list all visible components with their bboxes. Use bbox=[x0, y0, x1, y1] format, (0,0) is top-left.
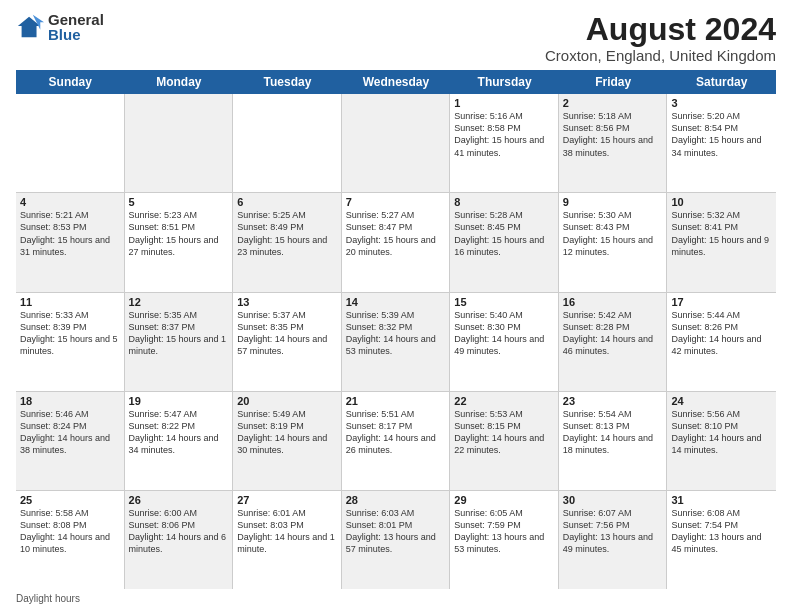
day-number: 14 bbox=[346, 296, 446, 308]
day-number: 16 bbox=[563, 296, 663, 308]
day-number: 7 bbox=[346, 196, 446, 208]
calendar-cell: 17Sunrise: 5:44 AMSunset: 8:26 PMDayligh… bbox=[667, 293, 776, 391]
calendar-cell: 6Sunrise: 5:25 AMSunset: 8:49 PMDaylight… bbox=[233, 193, 342, 291]
day-info: Sunrise: 6:00 AMSunset: 8:06 PMDaylight:… bbox=[129, 507, 229, 556]
header: General Blue August 2024 Croxton, Englan… bbox=[16, 12, 776, 64]
day-number: 22 bbox=[454, 395, 554, 407]
location-text: Croxton, England, United Kingdom bbox=[545, 47, 776, 64]
header-friday: Friday bbox=[559, 70, 668, 94]
day-number: 18 bbox=[20, 395, 120, 407]
day-number: 3 bbox=[671, 97, 772, 109]
day-number: 15 bbox=[454, 296, 554, 308]
day-number: 25 bbox=[20, 494, 120, 506]
header-saturday: Saturday bbox=[667, 70, 776, 94]
day-number: 1 bbox=[454, 97, 554, 109]
day-number: 26 bbox=[129, 494, 229, 506]
calendar-cell: 22Sunrise: 5:53 AMSunset: 8:15 PMDayligh… bbox=[450, 392, 559, 490]
calendar-row: 1Sunrise: 5:16 AMSunset: 8:58 PMDaylight… bbox=[16, 94, 776, 193]
day-info: Sunrise: 5:23 AMSunset: 8:51 PMDaylight:… bbox=[129, 209, 229, 258]
calendar-row: 4Sunrise: 5:21 AMSunset: 8:53 PMDaylight… bbox=[16, 193, 776, 292]
calendar-cell: 9Sunrise: 5:30 AMSunset: 8:43 PMDaylight… bbox=[559, 193, 668, 291]
day-number: 5 bbox=[129, 196, 229, 208]
day-info: Sunrise: 5:56 AMSunset: 8:10 PMDaylight:… bbox=[671, 408, 772, 457]
day-info: Sunrise: 5:18 AMSunset: 8:56 PMDaylight:… bbox=[563, 110, 663, 159]
calendar-cell: 14Sunrise: 5:39 AMSunset: 8:32 PMDayligh… bbox=[342, 293, 451, 391]
calendar-cell: 25Sunrise: 5:58 AMSunset: 8:08 PMDayligh… bbox=[16, 491, 125, 589]
day-info: Sunrise: 5:32 AMSunset: 8:41 PMDaylight:… bbox=[671, 209, 772, 258]
calendar-cell bbox=[233, 94, 342, 192]
calendar-cell: 23Sunrise: 5:54 AMSunset: 8:13 PMDayligh… bbox=[559, 392, 668, 490]
title-section: August 2024 Croxton, England, United Kin… bbox=[545, 12, 776, 64]
calendar-cell: 10Sunrise: 5:32 AMSunset: 8:41 PMDayligh… bbox=[667, 193, 776, 291]
header-tuesday: Tuesday bbox=[233, 70, 342, 94]
calendar-cell: 31Sunrise: 6:08 AMSunset: 7:54 PMDayligh… bbox=[667, 491, 776, 589]
day-number: 27 bbox=[237, 494, 337, 506]
day-number: 2 bbox=[563, 97, 663, 109]
day-info: Sunrise: 5:47 AMSunset: 8:22 PMDaylight:… bbox=[129, 408, 229, 457]
day-number: 30 bbox=[563, 494, 663, 506]
day-info: Sunrise: 6:01 AMSunset: 8:03 PMDaylight:… bbox=[237, 507, 337, 556]
day-number: 4 bbox=[20, 196, 120, 208]
day-info: Sunrise: 6:08 AMSunset: 7:54 PMDaylight:… bbox=[671, 507, 772, 556]
header-monday: Monday bbox=[125, 70, 234, 94]
day-info: Sunrise: 6:05 AMSunset: 7:59 PMDaylight:… bbox=[454, 507, 554, 556]
header-wednesday: Wednesday bbox=[342, 70, 451, 94]
day-number: 9 bbox=[563, 196, 663, 208]
calendar-cell: 28Sunrise: 6:03 AMSunset: 8:01 PMDayligh… bbox=[342, 491, 451, 589]
calendar-cell: 21Sunrise: 5:51 AMSunset: 8:17 PMDayligh… bbox=[342, 392, 451, 490]
day-info: Sunrise: 5:54 AMSunset: 8:13 PMDaylight:… bbox=[563, 408, 663, 457]
month-year-title: August 2024 bbox=[545, 12, 776, 47]
header-sunday: Sunday bbox=[16, 70, 125, 94]
day-info: Sunrise: 5:16 AMSunset: 8:58 PMDaylight:… bbox=[454, 110, 554, 159]
day-info: Sunrise: 5:33 AMSunset: 8:39 PMDaylight:… bbox=[20, 309, 120, 358]
calendar: Sunday Monday Tuesday Wednesday Thursday… bbox=[16, 70, 776, 589]
calendar-cell: 20Sunrise: 5:49 AMSunset: 8:19 PMDayligh… bbox=[233, 392, 342, 490]
day-info: Sunrise: 5:21 AMSunset: 8:53 PMDaylight:… bbox=[20, 209, 120, 258]
day-info: Sunrise: 5:58 AMSunset: 8:08 PMDaylight:… bbox=[20, 507, 120, 556]
day-number: 12 bbox=[129, 296, 229, 308]
calendar-cell: 13Sunrise: 5:37 AMSunset: 8:35 PMDayligh… bbox=[233, 293, 342, 391]
footer: Daylight hours bbox=[16, 589, 776, 604]
calendar-cell: 18Sunrise: 5:46 AMSunset: 8:24 PMDayligh… bbox=[16, 392, 125, 490]
calendar-row: 18Sunrise: 5:46 AMSunset: 8:24 PMDayligh… bbox=[16, 392, 776, 491]
calendar-cell: 5Sunrise: 5:23 AMSunset: 8:51 PMDaylight… bbox=[125, 193, 234, 291]
day-info: Sunrise: 5:46 AMSunset: 8:24 PMDaylight:… bbox=[20, 408, 120, 457]
day-info: Sunrise: 5:25 AMSunset: 8:49 PMDaylight:… bbox=[237, 209, 337, 258]
calendar-cell: 24Sunrise: 5:56 AMSunset: 8:10 PMDayligh… bbox=[667, 392, 776, 490]
day-info: Sunrise: 5:27 AMSunset: 8:47 PMDaylight:… bbox=[346, 209, 446, 258]
calendar-cell: 30Sunrise: 6:07 AMSunset: 7:56 PMDayligh… bbox=[559, 491, 668, 589]
logo-icon bbox=[16, 13, 44, 41]
logo-general-text: General bbox=[48, 12, 104, 27]
day-info: Sunrise: 5:53 AMSunset: 8:15 PMDaylight:… bbox=[454, 408, 554, 457]
day-info: Sunrise: 5:35 AMSunset: 8:37 PMDaylight:… bbox=[129, 309, 229, 358]
day-info: Sunrise: 6:03 AMSunset: 8:01 PMDaylight:… bbox=[346, 507, 446, 556]
logo: General Blue bbox=[16, 12, 104, 42]
logo-text: General Blue bbox=[48, 12, 104, 42]
page: General Blue August 2024 Croxton, Englan… bbox=[0, 0, 792, 612]
day-info: Sunrise: 5:20 AMSunset: 8:54 PMDaylight:… bbox=[671, 110, 772, 159]
day-number: 31 bbox=[671, 494, 772, 506]
calendar-cell bbox=[16, 94, 125, 192]
calendar-cell: 1Sunrise: 5:16 AMSunset: 8:58 PMDaylight… bbox=[450, 94, 559, 192]
day-number: 13 bbox=[237, 296, 337, 308]
calendar-cell bbox=[125, 94, 234, 192]
day-number: 8 bbox=[454, 196, 554, 208]
day-number: 10 bbox=[671, 196, 772, 208]
footer-text: Daylight hours bbox=[16, 593, 80, 604]
calendar-cell: 27Sunrise: 6:01 AMSunset: 8:03 PMDayligh… bbox=[233, 491, 342, 589]
calendar-cell: 12Sunrise: 5:35 AMSunset: 8:37 PMDayligh… bbox=[125, 293, 234, 391]
calendar-cell: 3Sunrise: 5:20 AMSunset: 8:54 PMDaylight… bbox=[667, 94, 776, 192]
calendar-cell: 19Sunrise: 5:47 AMSunset: 8:22 PMDayligh… bbox=[125, 392, 234, 490]
day-info: Sunrise: 5:40 AMSunset: 8:30 PMDaylight:… bbox=[454, 309, 554, 358]
day-number: 23 bbox=[563, 395, 663, 407]
day-number: 28 bbox=[346, 494, 446, 506]
day-number: 17 bbox=[671, 296, 772, 308]
day-number: 21 bbox=[346, 395, 446, 407]
logo-blue-text: Blue bbox=[48, 27, 104, 42]
calendar-cell: 8Sunrise: 5:28 AMSunset: 8:45 PMDaylight… bbox=[450, 193, 559, 291]
header-thursday: Thursday bbox=[450, 70, 559, 94]
calendar-cell: 15Sunrise: 5:40 AMSunset: 8:30 PMDayligh… bbox=[450, 293, 559, 391]
day-info: Sunrise: 6:07 AMSunset: 7:56 PMDaylight:… bbox=[563, 507, 663, 556]
day-info: Sunrise: 5:44 AMSunset: 8:26 PMDaylight:… bbox=[671, 309, 772, 358]
day-number: 29 bbox=[454, 494, 554, 506]
